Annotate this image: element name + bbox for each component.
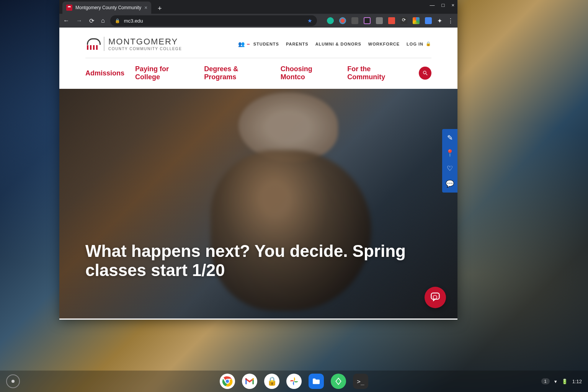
nav-community[interactable]: For the Community (347, 65, 408, 81)
minimize-button[interactable]: — (430, 2, 435, 8)
maximize-button[interactable]: □ (442, 2, 445, 8)
chromeos-shelf: 🔒 >_ 1 ▾ 🔋 1:12 (0, 371, 588, 392)
app-icon[interactable] (331, 374, 346, 389)
nav-degrees[interactable]: Degrees & Programs (204, 65, 270, 81)
address-bar[interactable]: 🔒 mc3.edu ★ (110, 15, 317, 26)
close-window-button[interactable]: × (451, 2, 454, 8)
browser-toolbar: ← → ⟳ ⌂ 🔒 mc3.edu ★ ⟳ ✦ ⋮ (59, 14, 457, 28)
wifi-icon: ▾ (554, 379, 557, 384)
url-text: mc3.edu (124, 18, 143, 24)
extension-icon[interactable] (351, 17, 358, 24)
audience-icon: 👥 – (238, 41, 250, 47)
utility-nav: 👥 – STUDENTS PARENTS ALUMNI & DONORS WOR… (238, 41, 431, 47)
search-button[interactable] (419, 67, 431, 80)
photos-app-icon[interactable] (286, 374, 302, 389)
shelf-apps: 🔒 >_ (220, 374, 368, 389)
new-tab-button[interactable]: + (154, 3, 165, 14)
page-content: MONTGOMERY COUNTY COMMUNITY COLLEGE 👥 – … (59, 28, 457, 320)
logo-line2: COUNTY COMMUNITY COLLEGE (108, 47, 182, 51)
nav-alumni[interactable]: ALUMNI & DONORS (315, 42, 361, 46)
chat-fab-button[interactable] (425, 287, 446, 308)
forward-button[interactable]: → (76, 17, 82, 24)
site-logo[interactable]: MONTGOMERY COUNTY COMMUNITY COLLEGE (85, 37, 182, 51)
apply-icon[interactable]: ✎ (447, 134, 453, 142)
site-header: MONTGOMERY COUNTY COMMUNITY COLLEGE 👥 – … (59, 28, 457, 89)
bookmark-star-icon[interactable]: ★ (307, 18, 312, 24)
logo-mark-icon (85, 38, 100, 50)
extension-icon[interactable]: ⟳ (400, 17, 407, 24)
back-button[interactable]: ← (63, 17, 69, 24)
extensions-puzzle-icon[interactable]: ✦ (437, 17, 442, 24)
extension-icon[interactable] (376, 17, 383, 24)
reload-button[interactable]: ⟳ (89, 17, 94, 24)
extension-icon[interactable] (388, 17, 395, 24)
launcher-button[interactable] (6, 374, 20, 388)
nav-students[interactable]: STUDENTS (253, 42, 279, 46)
nav-workforce[interactable]: WORKFORCE (368, 42, 400, 46)
notification-count[interactable]: 1 (541, 378, 550, 384)
files-app-icon[interactable] (309, 374, 324, 389)
extension-icon[interactable] (425, 17, 432, 24)
search-icon (422, 70, 428, 76)
logo-line1: MONTGOMERY (108, 37, 182, 47)
extension-icon[interactable] (339, 17, 346, 24)
favicon-icon (66, 5, 72, 11)
extension-icon[interactable] (413, 17, 420, 24)
side-rail: ✎ 📍 ♡ 💬 (442, 129, 457, 193)
favorite-heart-icon[interactable]: ♡ (447, 164, 453, 173)
nav-admissions[interactable]: Admissions (85, 69, 124, 77)
nav-login[interactable]: LOG IN (407, 42, 423, 46)
tab-title: Montgomery County Community (75, 5, 141, 10)
nav-buttons: ← → ⟳ ⌂ (63, 17, 105, 24)
chat-bubble-icon[interactable]: 💬 (446, 180, 454, 188)
browser-menu-button[interactable]: ⋮ (448, 17, 454, 24)
extension-icon[interactable] (364, 17, 371, 24)
svg-point-3 (225, 379, 229, 383)
hero-section: What happens next? You decide. Spring cl… (59, 89, 457, 318)
header-divider (85, 58, 431, 58)
login-lock-icon: 🔒 (426, 41, 431, 46)
chrome-app-icon[interactable] (220, 374, 235, 389)
browser-window: Montgomery County Community × + — □ × ← … (59, 0, 457, 320)
chat-icon (430, 292, 441, 303)
hero-title: What happens next? You decide. Spring cl… (85, 242, 411, 280)
main-nav: Admissions Paying for College Degrees & … (85, 65, 431, 89)
home-button[interactable]: ⌂ (101, 17, 105, 24)
logo-text: MONTGOMERY COUNTY COMMUNITY COLLEGE (104, 37, 182, 51)
gmail-app-icon[interactable] (242, 374, 257, 389)
tab-bar: Montgomery County Community × + — □ × (59, 0, 457, 14)
nav-paying[interactable]: Paying for College (135, 65, 193, 81)
visit-pin-icon[interactable]: 📍 (446, 149, 454, 157)
browser-tab[interactable]: Montgomery County Community × (62, 2, 151, 14)
close-tab-icon[interactable]: × (144, 5, 147, 11)
terminal-app-icon[interactable]: >_ (353, 374, 368, 389)
clock: 1:12 (572, 379, 582, 384)
nav-choosing[interactable]: Choosing Montco (281, 65, 336, 81)
app-icon[interactable]: 🔒 (264, 374, 279, 389)
lock-icon: 🔒 (115, 18, 120, 23)
status-tray[interactable]: 1 ▾ 🔋 1:12 (541, 378, 582, 384)
extension-icons: ⟳ ✦ ⋮ (327, 17, 454, 24)
battery-icon: 🔋 (562, 379, 568, 384)
window-controls: — □ × (430, 2, 454, 8)
nav-parents[interactable]: PARENTS (286, 42, 309, 46)
extension-icon[interactable] (327, 17, 334, 24)
